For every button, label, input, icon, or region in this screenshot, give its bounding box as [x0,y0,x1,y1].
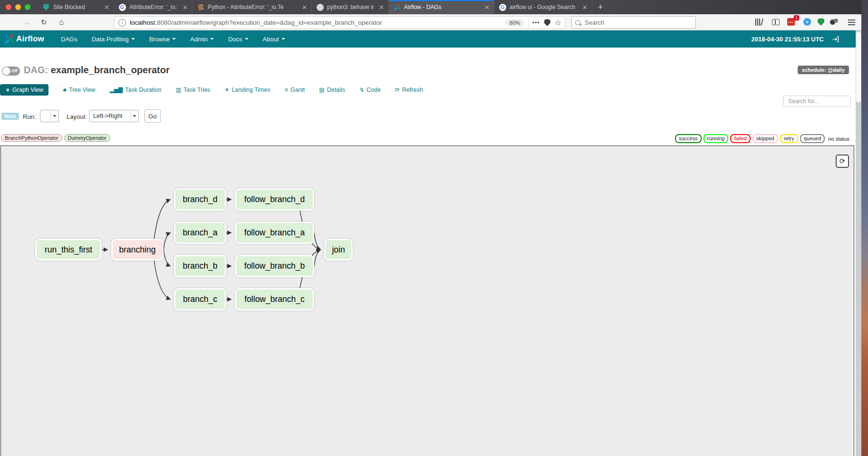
reload-button[interactable]: ↻ [41,19,47,26]
site-info-icon[interactable]: i [118,19,126,27]
tab-close-icon[interactable]: ✕ [484,4,490,10]
nav-item-label: Docs [228,36,242,43]
nav-item-browse[interactable]: Browse [142,36,183,43]
password-extension-icon[interactable]: ••• 1 [787,18,797,27]
tab-close-icon[interactable]: ✕ [104,4,109,10]
view-tab-landing-times[interactable]: ✈Landing Times [224,87,270,93]
code-icon: ↯ [359,87,364,93]
nav-item-label: Admin [190,36,208,43]
dag-id: example_branch_operator [51,65,170,75]
view-tab-task-duration[interactable]: ▂▅▇Task Duration [110,87,162,93]
tab-close-icon[interactable]: ✕ [183,4,188,10]
nav-item-about[interactable]: About [256,36,292,43]
nav-item-data-profiling[interactable]: Data Profiling [85,36,142,43]
task-search-box[interactable] [783,96,851,107]
url-path: :8080/admin/airflow/graph?execution_date… [155,19,382,26]
tab-close-icon[interactable]: ✕ [302,4,307,10]
task-node-branch_d[interactable]: branch_d [174,188,226,211]
task-node-branch_b[interactable]: branch_b [174,255,226,277]
view-tab-details[interactable]: ▤Details [319,87,345,93]
task-node-run_this_first[interactable]: run_this_first [35,239,102,261]
browser-tab-1[interactable]: Site Blocked✕ [38,0,114,14]
status-legend-skipped: skipped [752,134,778,143]
sidebar-icon[interactable] [772,19,781,28]
zoom-window-button[interactable] [25,4,30,10]
dag-graph-canvas[interactable]: run_this_firstbranchingbranch_dbranch_ab… [0,146,854,456]
browser-search-input[interactable] [584,19,692,27]
view-tab-refresh[interactable]: ⟳Refresh [395,87,423,93]
tab-title: airflow ui - Google Search [510,4,577,10]
browser-tab-6[interactable]: Gairflow ui - Google Search✕ [494,0,592,14]
nav-item-docs[interactable]: Docs [221,36,256,43]
run-select[interactable] [40,110,59,122]
tab-close-icon[interactable]: ✕ [379,4,384,10]
task-node-branch_a[interactable]: branch_a [174,222,226,244]
browser-tab-5[interactable]: Airflow - DAGs✕ [389,0,494,14]
bookmark-star-icon[interactable]: ☆ [555,18,561,27]
google-favicon: G [118,3,126,11]
dag-pause-toggle[interactable]: Off [2,67,20,76]
shield-extension-icon[interactable] [818,18,827,27]
menu-icon[interactable] [848,19,858,28]
layout-select[interactable]: Left->Right [89,110,139,122]
status-legend-retry: retry [780,134,798,143]
go-button[interactable]: Go [145,109,161,123]
view-tab-label: Refresh [402,87,423,93]
run-status-badge: None [1,113,19,120]
cookies-extension-icon[interactable] [830,18,839,27]
scrollbar-thumb[interactable] [856,32,861,102]
browser-tab-2[interactable]: GAttributeError: '_io.TextIOWrapp✕ [114,0,193,14]
view-tab-code[interactable]: ↯Code [359,87,381,93]
utc-clock: 2018-04-30 21:55:13 UTC [752,36,824,43]
google-favicon: G [499,3,506,11]
chevron-down-icon [210,38,214,40]
view-tab-tree-view[interactable]: ♣Tree View [63,87,95,93]
details-icon: ▤ [319,87,324,93]
nav-item-label: Data Profiling [92,36,129,43]
view-tab-task-tries[interactable]: ▥Task Tries [176,87,211,93]
blue-extension-icon[interactable]: v [803,18,813,27]
browser-tab-3[interactable]: Python - AttributeError: '_io.Te✕ [193,0,312,14]
nav-item-admin[interactable]: Admin [183,36,221,43]
task-node-follow_branch_b[interactable]: follow_branch_b [235,255,314,277]
nav-item-label: Browse [149,36,170,43]
browser-search-bar[interactable] [571,16,696,29]
page-title: DAG: example_branch_operator [24,65,170,76]
search-icon [575,20,580,25]
airflow-logo-icon [4,34,14,44]
nav-item-dags[interactable]: DAGs [54,36,85,43]
pocket-shield-icon[interactable] [544,19,550,26]
layout-label: Layout: [67,113,87,120]
new-tab-button[interactable]: + [592,0,608,14]
task-node-follow_branch_d[interactable]: follow_branch_d [235,188,314,211]
task-node-branch_c[interactable]: branch_c [174,288,226,310]
view-tab-gantt[interactable]: ≡Gantt [285,87,305,93]
url-bar[interactable]: i localhost :8080/admin/airflow/graph?ex… [114,16,566,29]
minimize-window-button[interactable] [15,4,21,10]
task-search-input[interactable] [787,97,847,105]
browser-tab-4[interactable]: python3: behave incorrectly mo✕ [312,0,389,14]
page-scrollbar[interactable] [856,30,861,456]
airflow-brand[interactable]: Airflow [4,34,44,44]
stackoverflow-favicon [197,3,204,11]
airflow-favicon [393,3,401,11]
page-actions-icon[interactable]: ••• [532,19,540,26]
library-icon[interactable] [755,18,764,27]
graph-refresh-button[interactable]: ⟳ [836,155,849,168]
forward-button[interactable]: → [23,19,30,26]
chevron-down-icon [281,38,285,40]
dag-edges [1,146,854,456]
tab-close-icon[interactable]: ✕ [582,4,588,10]
task-node-join[interactable]: join [324,239,353,261]
zoom-level-badge[interactable]: 80% [505,19,524,27]
task-node-branching[interactable]: branching [111,239,164,261]
operator-legend-branchpythonoperator: BranchPythonOperator [1,134,62,142]
operator-legend: BranchPythonOperatorDummyOperator [1,134,110,142]
view-tab-label: Task Duration [125,87,161,93]
logout-icon[interactable] [832,36,839,43]
task-node-follow_branch_a[interactable]: follow_branch_a [235,222,314,244]
view-tab-graph-view[interactable]: ∗Graph View [0,84,48,96]
close-window-button[interactable] [6,4,11,10]
home-button[interactable]: ⌂ [59,18,64,26]
task-node-follow_branch_c[interactable]: follow_branch_c [235,288,314,310]
